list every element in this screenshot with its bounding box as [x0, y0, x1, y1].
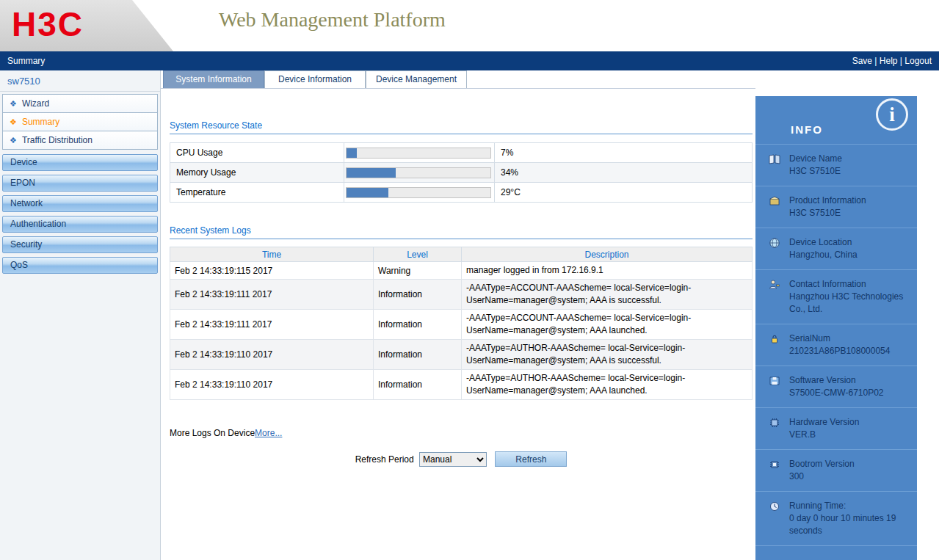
log-description: -AAAType=AUTHOR-AAAScheme= local-Service…: [462, 370, 753, 400]
sidebar-item-summary[interactable]: ❖ Summary: [2, 112, 158, 131]
log-col-level: Level: [374, 247, 462, 262]
info-item-hardware-version: Hardware Version VER.B: [755, 408, 917, 450]
sidebar-section-epon[interactable]: EPON: [2, 175, 158, 192]
info-item-software-version: Software Version S7500E-CMW-6710P02: [755, 366, 917, 408]
info-value: 300: [789, 470, 855, 483]
info-value: VER.B: [789, 429, 859, 441]
sidebar-section-network[interactable]: Network: [2, 195, 158, 212]
sidebar-section-security[interactable]: Security: [2, 236, 158, 253]
tab-strip: System Information Device Information De…: [161, 70, 755, 89]
sidebar-section-qos[interactable]: QoS: [2, 257, 158, 274]
log-level: Information: [374, 370, 462, 400]
resource-label: Memory Usage: [170, 163, 344, 183]
book-icon: [769, 153, 782, 178]
memory-progress-bar: [346, 167, 491, 178]
sidebar-item-label: Summary: [22, 117, 59, 127]
log-col-description: Description: [462, 247, 753, 262]
progress-fill: [347, 148, 357, 158]
table-row: Feb 2 14:33:19:111 2017 Information -AAA…: [170, 310, 753, 340]
topbar: Summary SaveHelpLogout: [0, 51, 939, 70]
info-column: INFO i Device Name H3C S7510E Product In…: [755, 70, 939, 560]
section-heading-resource-state: System Resource State: [170, 120, 753, 134]
sidebar-menu: ❖ Wizard ❖ Summary ❖ Traffic Distributio…: [2, 94, 158, 150]
section-heading-recent-logs: Recent System Logs: [170, 225, 753, 239]
progress-fill: [347, 168, 396, 178]
info-label: SerialNum: [789, 332, 890, 345]
diamond-icon: ❖: [10, 99, 17, 109]
info-value: 210231A86PB108000054: [789, 345, 890, 357]
sidebar-item-traffic-distribution[interactable]: ❖ Traffic Distribution: [2, 131, 158, 150]
resource-label: Temperature: [170, 183, 344, 203]
sidebar-item-label: Wizard: [22, 98, 49, 109]
info-label: Hardware Version: [789, 416, 859, 429]
log-level: Information: [374, 280, 462, 310]
page-title: Web Management Platform: [219, 8, 446, 32]
resource-table: CPU Usage 7% Memory Usage: [170, 142, 753, 203]
progress-fill: [347, 188, 388, 197]
log-time: Feb 2 14:33:19:111 2017: [170, 310, 374, 340]
info-value: 0 day 0 hour 10 minutes 19 seconds: [789, 512, 911, 537]
help-link[interactable]: Help: [880, 56, 904, 66]
temperature-progress-bar: [346, 187, 491, 198]
save-link[interactable]: Save: [852, 56, 880, 66]
info-panel: INFO i Device Name H3C S7510E Product In…: [755, 96, 917, 560]
tab-device-management[interactable]: Device Management: [366, 70, 467, 88]
sidebar-section-device[interactable]: Device: [2, 154, 158, 171]
info-value: H3C S7510E: [789, 165, 842, 178]
log-level: Information: [374, 310, 462, 340]
table-row: Feb 2 14:33:19:115 2017 Warning manager …: [170, 262, 753, 280]
info-panel-title: INFO: [791, 123, 823, 136]
log-time: Feb 2 14:33:19:110 2017: [170, 370, 374, 400]
refresh-period-select[interactable]: Manual: [419, 452, 487, 467]
diamond-icon: ❖: [10, 117, 17, 127]
log-time: Feb 2 14:33:19:115 2017: [170, 262, 374, 280]
main-layout: sw7510 ❖ Wizard ❖ Summary ❖ Traffic Dist…: [0, 70, 939, 560]
lock-icon: [769, 332, 782, 357]
logs-table: Time Level Description Feb 2 14:33:19:11…: [170, 247, 753, 400]
info-item-device-location: Device Location Hangzhou, China: [755, 228, 917, 270]
more-logs-line: More Logs On DeviceMore...: [170, 428, 753, 438]
tab-system-information[interactable]: System Information: [163, 70, 264, 88]
resource-label: CPU Usage: [170, 143, 344, 163]
hardware-chip-icon: [769, 416, 782, 441]
header: H3C Web Management Platform: [0, 0, 939, 51]
sidebar-item-label: Traffic Distribution: [22, 135, 93, 145]
bootrom-chip-icon: [769, 458, 782, 483]
log-time: Feb 2 14:33:19:111 2017: [170, 280, 374, 310]
info-label: Product Information: [789, 194, 866, 207]
sidebar: sw7510 ❖ Wizard ❖ Summary ❖ Traffic Dist…: [0, 70, 161, 560]
info-item-bootrom-version: Bootrom Version 300: [755, 450, 917, 492]
info-item-product-information: Product Information H3C S7510E: [755, 186, 917, 228]
table-row: Feb 2 14:33:19:111 2017 Information -AAA…: [170, 280, 753, 310]
table-row: Memory Usage 34%: [170, 163, 753, 183]
table-header-row: Time Level Description: [170, 247, 753, 262]
info-value: H3C S7510E: [789, 207, 866, 219]
log-description: manager logged in from 172.16.9.1: [462, 262, 753, 280]
info-label: Software Version: [789, 374, 884, 387]
more-logs-link[interactable]: More...: [255, 428, 282, 438]
software-disk-icon: [769, 374, 782, 399]
tab-device-information[interactable]: Device Information: [264, 70, 366, 88]
diamond-icon: ❖: [10, 136, 17, 145]
log-col-time: Time: [170, 247, 374, 262]
sidebar-item-wizard[interactable]: ❖ Wizard: [2, 94, 158, 113]
h3c-logo: H3C: [12, 4, 84, 44]
globe-icon: [769, 236, 782, 261]
info-value: Hangzhou H3C Technologies Co., Ltd.: [789, 291, 911, 316]
table-row: Temperature 29°C: [170, 183, 753, 203]
device-hostname: sw7510: [0, 70, 160, 92]
refresh-button[interactable]: Refresh: [495, 451, 567, 467]
sidebar-section-authentication[interactable]: Authentication: [2, 216, 158, 233]
cpu-progress-bar: [346, 148, 491, 159]
logout-link[interactable]: Logout: [904, 56, 932, 66]
info-label: Contact Information: [789, 278, 911, 291]
breadcrumb: Summary: [7, 56, 45, 66]
content-area: System Information Device Information De…: [161, 70, 755, 560]
info-label: Device Location: [789, 236, 858, 249]
resource-value: 7%: [495, 143, 753, 163]
info-value: S7500E-CMW-6710P02: [789, 387, 884, 399]
content-body: System Resource State CPU Usage 7% Memor…: [161, 120, 753, 467]
info-value: Hangzhou, China: [789, 249, 858, 261]
table-row: Feb 2 14:33:19:110 2017 Information -AAA…: [170, 370, 753, 400]
info-label: Bootrom Version: [789, 458, 855, 470]
